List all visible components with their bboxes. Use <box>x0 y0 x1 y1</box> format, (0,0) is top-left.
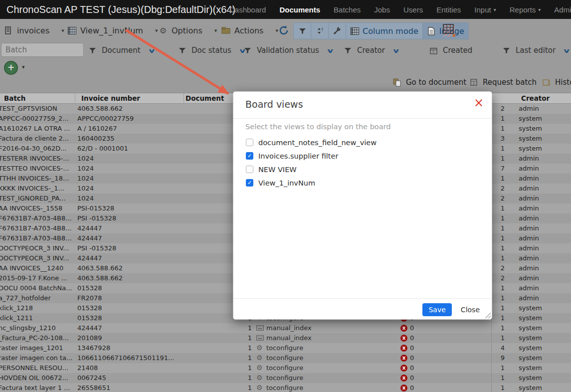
grid-disabled-icon[interactable]: x <box>443 24 455 37</box>
nav-label: Entities <box>436 5 461 14</box>
top-nav: ChronoScan AP TEST (Jesus)(Dbg:DefaultDi… <box>0 0 571 19</box>
created-filter[interactable]: 1 Created <box>429 42 472 59</box>
nav-item-users[interactable]: Users <box>403 5 423 14</box>
add-dropdown-caret[interactable]: ▾ <box>22 64 25 70</box>
nav-item-jobs[interactable]: Jobs <box>374 5 390 14</box>
refresh-icon[interactable] <box>278 25 289 36</box>
checkbox-checked[interactable]: ✓ <box>246 179 253 187</box>
actions-dropdown[interactable]: Actions ▾ <box>221 19 278 42</box>
options-dropdown[interactable]: ⚙ Options ▾ <box>159 19 217 42</box>
table-row[interactable]: raster imagen con ta... 1066110667106671… <box>0 353 571 363</box>
checkbox-unchecked[interactable] <box>246 139 253 146</box>
filter-icon <box>243 46 252 55</box>
filter-button[interactable] <box>294 23 311 39</box>
last-editor-filter[interactable]: Last editor v <box>502 42 569 59</box>
error-icon: x <box>400 335 407 342</box>
tools-button[interactable] <box>329 23 346 39</box>
cell-invoice-number: 4063.588.662 <box>77 274 183 282</box>
close-icon[interactable]: × <box>474 97 484 109</box>
nav-item-dashboard[interactable]: Dashboard <box>229 5 266 14</box>
nav-label: Batches <box>334 5 361 14</box>
request-batch-link[interactable]: Request batch <box>469 78 537 87</box>
column-mode-button[interactable]: Column mode <box>346 23 423 39</box>
cell-batch: Factura text layer 1 ... <box>0 384 74 392</box>
table-row[interactable]: Factura text layer 1 ... 26558651 1 ⚙ to… <box>0 383 571 392</box>
table-row[interactable]: PERSONNEL RESOU... 21408 1 ⚙ toconfigure… <box>0 363 571 373</box>
checkbox-unchecked[interactable] <box>246 166 253 173</box>
nav-item-administra[interactable]: Administra <box>554 5 571 14</box>
header-batch[interactable]: Batch <box>4 94 25 102</box>
filter-creator[interactable]: Creatorv <box>343 42 398 59</box>
filter-label: Validation status <box>257 46 319 55</box>
cell-invoice-number: 1024 <box>77 195 183 202</box>
history-link[interactable]: Histo <box>542 78 571 87</box>
chevron-down-icon: ▾ <box>214 27 217 34</box>
view-options-list: document_notes_field_new_view✓Invoices.s… <box>246 136 377 190</box>
header-document[interactable]: Document <box>186 94 224 102</box>
cell-doc-status: ⚙ toconfigure <box>256 364 303 372</box>
header-invoice[interactable]: Invoice number <box>81 94 140 102</box>
invoices-dropdown[interactable]: invoices ▾ <box>4 19 64 42</box>
add-button[interactable]: + <box>4 61 18 75</box>
batch-filter-input[interactable] <box>1 43 84 57</box>
last-editor-label: Last editor <box>516 46 556 55</box>
box-icon <box>469 78 478 87</box>
cell-invoice-number: 424447 <box>77 254 183 262</box>
checkbox-checked[interactable]: ✓ <box>246 152 253 160</box>
chevron-down-icon: v <box>564 47 570 54</box>
cell-creator: admin <box>519 254 539 262</box>
error-count: 0 <box>410 324 414 332</box>
table-row[interactable]: _Factura_PC-20-108... 201089 1 manual_in… <box>0 333 571 343</box>
cell-invoice-number: A / 1610267 <box>77 125 183 132</box>
nav-item-input[interactable]: Input▾ <box>474 5 496 14</box>
save-button[interactable]: Save <box>422 303 451 316</box>
modal-title: Board views <box>245 99 303 110</box>
cell-creator: admin <box>519 214 539 222</box>
error-icon: x <box>400 325 407 332</box>
sort-button[interactable]: ? <box>311 23 329 39</box>
cell-batch: TESTERR INVOICES-... <box>0 155 74 162</box>
filter-icon <box>298 26 307 35</box>
cell-creator: system <box>519 344 542 352</box>
main-menu: DashboardDocumentsBatchesJobsUsersEntiti… <box>229 0 571 19</box>
nav-label: Administra <box>554 5 571 14</box>
actions-icon <box>221 26 230 35</box>
table-row[interactable]: raster images_1201 13467928 1 ⚙ toconfig… <box>0 343 571 353</box>
nav-label: Input <box>474 5 491 14</box>
view-dropdown[interactable]: View_1_invNum ▾ <box>67 19 158 42</box>
cell-invoice-number: 015328 <box>77 314 183 322</box>
cell-batch: TTHH INVOICES-_18... <box>0 175 74 182</box>
svg-text:?: ? <box>321 28 323 32</box>
cell-batch: HOVDEN OIL 00672... <box>0 374 74 382</box>
cell-batch: APPCC-00027759_2... <box>0 115 74 122</box>
error-icon: x <box>400 355 407 362</box>
sort-icon: ? <box>315 26 324 35</box>
error-icon: x <box>400 365 407 372</box>
nav-item-entities[interactable]: Entities <box>436 5 461 14</box>
calendar-icon: 1 <box>429 46 438 55</box>
table-row[interactable]: HOVDEN OIL 00672... 0067245 1 ⚙ toconfig… <box>0 373 571 383</box>
cell-errors: x 0 <box>400 384 414 392</box>
cell-errors: x 0 <box>400 364 414 372</box>
view-option-label: NEW VIEW <box>258 166 297 174</box>
table-row[interactable]: nc_slingsby_1210 424447 1 manual_index x… <box>0 323 571 333</box>
gears-icon: ⚙ <box>159 26 168 35</box>
filter-label: Doc status <box>191 46 231 55</box>
filter-document[interactable]: Documentv <box>88 42 154 59</box>
cell-batch: F2016-04-30_062D... <box>0 145 74 152</box>
cell-invoice-number: 0067245 <box>77 374 183 382</box>
filter-validation-status[interactable]: Validation statusv <box>243 42 332 59</box>
cell-errors: x 0 <box>400 374 414 382</box>
chevron-down-icon: ▾ <box>61 27 64 34</box>
filter-doc-status[interactable]: Doc statusv <box>178 42 244 59</box>
column-separator <box>75 93 75 104</box>
cell-batch: Factura de cliente 2... <box>0 135 74 142</box>
go-to-document-link[interactable]: Go to document <box>392 78 466 87</box>
nav-item-reports[interactable]: Reports▾ <box>510 5 541 14</box>
cell-invoice-number: APPCC/00027759 <box>77 115 183 122</box>
close-button[interactable]: Close <box>457 303 484 316</box>
header-creator[interactable]: Creator <box>521 94 550 102</box>
nav-item-batches[interactable]: Batches <box>334 5 361 14</box>
nav-item-documents[interactable]: Documents <box>279 5 320 14</box>
cell-batch: AA INVOICES-_1558 <box>0 204 74 212</box>
